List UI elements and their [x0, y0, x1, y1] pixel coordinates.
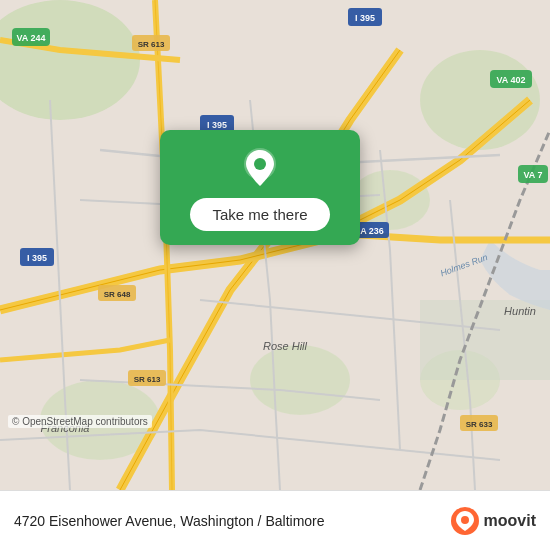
svg-point-37 [461, 516, 469, 524]
svg-text:A 236: A 236 [360, 226, 384, 236]
svg-text:I 395: I 395 [207, 120, 227, 130]
svg-text:Rose
Hill: Rose Hill [263, 340, 308, 352]
map: VA 244 I 395 VA 402 I 395 VA 7 A 236 I 3… [0, 0, 550, 490]
svg-text:I 395: I 395 [355, 13, 375, 23]
svg-point-4 [250, 345, 350, 415]
svg-text:Huntin: Huntin [504, 305, 536, 317]
svg-text:SR 613: SR 613 [138, 40, 165, 49]
pin-icon [238, 146, 282, 190]
svg-text:VA 244: VA 244 [16, 33, 45, 43]
svg-text:VA 402: VA 402 [496, 75, 525, 85]
take-me-there-button[interactable]: Take me there [190, 198, 329, 231]
moovit-brand-text: moovit [484, 512, 536, 530]
svg-point-2 [420, 50, 540, 150]
copyright-text: © OpenStreetMap contributors [8, 415, 152, 428]
svg-text:I 395: I 395 [27, 253, 47, 263]
svg-text:SR 613: SR 613 [134, 375, 161, 384]
svg-text:SR 648: SR 648 [104, 290, 131, 299]
popup-card: Take me there [160, 130, 360, 245]
moovit-logo: moovit [450, 506, 536, 536]
svg-text:VA 7: VA 7 [523, 170, 542, 180]
svg-text:SR 633: SR 633 [466, 420, 493, 429]
address-text: 4720 Eisenhower Avenue, Washington / Bal… [14, 513, 325, 529]
moovit-logo-icon [450, 506, 480, 536]
svg-point-35 [254, 158, 266, 170]
bottom-bar: 4720 Eisenhower Avenue, Washington / Bal… [0, 490, 550, 550]
